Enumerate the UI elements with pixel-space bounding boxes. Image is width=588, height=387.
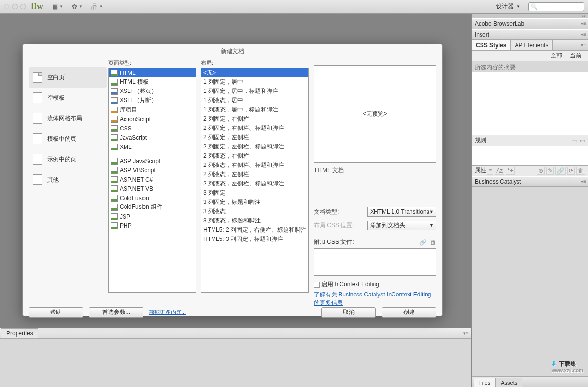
- category-fluid-grid[interactable]: 流体网格布局: [29, 108, 107, 129]
- app-topbar: Dw ▦▼ ✿▼ 品▼ 设计器▼ 🔍: [0, 0, 588, 14]
- workspace-label: 设计器: [496, 2, 514, 11]
- panel-browserlab[interactable]: Adobe BrowserLab▾≡: [472, 18, 588, 29]
- category-page-from-sample[interactable]: 示例中的页: [29, 149, 107, 169]
- panel-menu-icon[interactable]: ▾≡: [581, 32, 586, 37]
- doctype-label: 文档类型:: [314, 208, 367, 216]
- get-more-link[interactable]: 获取更多内容...: [149, 309, 186, 316]
- css-summary-body: [472, 72, 588, 135]
- right-sidebar: •• Adobe BrowserLab▾≡ Insert▾≡ CSS Style…: [471, 14, 588, 387]
- attr-tool-icon[interactable]: ≡: [487, 167, 493, 175]
- preview-pane: <无预览>: [314, 65, 436, 163]
- site-menu-icon[interactable]: 品▼: [91, 2, 103, 11]
- search-input[interactable]: 🔍: [528, 2, 584, 11]
- extend-menu-icon[interactable]: ✿▼: [72, 3, 83, 10]
- list-item: 库项目: [109, 105, 196, 114]
- incontext-label: 启用 InContext Editing: [321, 280, 379, 289]
- properties-tab[interactable]: Properties: [1, 328, 38, 338]
- list-item: <无>: [201, 68, 308, 77]
- attr-tool-icon[interactable]: *+: [506, 167, 515, 175]
- rule-tool-icon[interactable]: ▭: [580, 137, 585, 144]
- css-rules-header: 规则▭▭: [472, 135, 588, 146]
- list-item: 1 列液态，居中，标题和脚注: [201, 105, 308, 114]
- delete-css-icon[interactable]: 🗑: [430, 239, 436, 246]
- zoom-icon[interactable]: [20, 4, 26, 9]
- list-item: 2 列固定，右侧栏、标题和脚注: [201, 124, 308, 133]
- category-other[interactable]: 其他: [29, 169, 107, 190]
- list-item: ASP.NET VB: [109, 184, 196, 193]
- pagetype-label: 页面类型:: [108, 58, 196, 68]
- list-item: 2 列固定，右侧栏: [201, 114, 308, 124]
- layoutcss-label: 布局 CSS 位置:: [314, 221, 367, 230]
- list-item: 2 列液态，左侧栏: [201, 170, 308, 179]
- list-item: HTML5: 3 列固定，标题和脚注: [201, 235, 308, 244]
- list-item: JavaScript: [109, 133, 196, 142]
- list-item: ASP JavaScript: [109, 156, 196, 166]
- list-item: 2 列固定，左侧栏: [201, 133, 308, 142]
- properties-panel-header[interactable]: Properties ▾≡: [0, 328, 471, 338]
- link-css-icon[interactable]: 🔗: [419, 239, 427, 246]
- list-item: XSLT（片断）: [109, 96, 196, 105]
- attr-tool-icon[interactable]: 🗑: [576, 167, 585, 175]
- attr-tool-icon[interactable]: ⟳: [567, 167, 575, 175]
- doctype-select[interactable]: XHTML 1.0 Transitional▼: [367, 207, 436, 217]
- tab-ap-elements[interactable]: AP Elements: [511, 40, 552, 50]
- list-item: XSLT（整页）: [109, 87, 196, 96]
- list-item: HTML 模板: [109, 77, 196, 87]
- list-item: ActionScript: [109, 114, 196, 124]
- category-page-from-template[interactable]: 模板中的页: [29, 129, 107, 149]
- watermark: ⬇ 下载集www.xzji.com: [552, 358, 583, 373]
- collapse-icon[interactable]: ▾≡: [463, 331, 468, 336]
- list-item: 2 列液态，左侧栏、标题和脚注: [201, 179, 308, 188]
- list-item: ColdFusion: [109, 193, 196, 203]
- properties-panel-body: [0, 338, 471, 387]
- layoutcss-select: 添加到文档头▼: [367, 221, 436, 230]
- help-button[interactable]: 帮助: [29, 307, 83, 318]
- document-area: 新建文档 空白页 空模板 流体网格布局 模板中的页 示例中的页 其他 页面类型:…: [0, 14, 471, 328]
- search-icon: 🔍: [531, 3, 538, 10]
- panel-business-catalyst[interactable]: Business Catalyst▾≡: [472, 176, 588, 187]
- panel-menu-icon[interactable]: ▾≡: [581, 179, 586, 184]
- pagetype-list[interactable]: HTML HTML 模板 XSLT（整页） XSLT（片断） 库项目 Actio…: [108, 68, 196, 293]
- category-blank-page[interactable]: 空白页: [29, 67, 107, 88]
- incontext-learn-link[interactable]: 了解有关 Business Catalyst InContext Editing…: [314, 291, 431, 306]
- incontext-checkbox[interactable]: [314, 282, 320, 288]
- minimize-icon[interactable]: [12, 4, 18, 9]
- attachcss-label: 附加 CSS 文件:: [314, 238, 354, 246]
- app-logo: Dw: [31, 1, 43, 12]
- list-item: 1 列固定，居中，标题和脚注: [201, 87, 308, 96]
- attachcss-list[interactable]: [314, 248, 436, 276]
- attr-tool-icon[interactable]: 🔗: [555, 167, 566, 175]
- layout-menu-icon[interactable]: ▦▼: [52, 3, 63, 10]
- list-item: CSS: [109, 124, 196, 133]
- category-blank-template[interactable]: 空模板: [29, 88, 107, 108]
- layout-list[interactable]: <无> 1 列固定，居中 1 列固定，居中，标题和脚注 1 列液态，居中 1 列…: [201, 68, 309, 293]
- attr-tool-icon[interactable]: ✎: [546, 167, 554, 175]
- css-attrs-header: 属性 ≡Az*+ ⊕✎🔗⟳🗑: [472, 166, 588, 176]
- tab-assets[interactable]: Assets: [496, 378, 522, 387]
- list-item: PHP: [109, 221, 196, 230]
- create-button[interactable]: 创建: [382, 307, 436, 318]
- attr-tool-icon[interactable]: ⊕: [537, 167, 545, 175]
- css-current-button[interactable]: 当前: [568, 51, 584, 61]
- panel-menu-icon[interactable]: ▾≡: [581, 42, 586, 48]
- list-item: ASP.NET C#: [109, 175, 196, 184]
- list-item: 1 列液态，居中: [201, 96, 308, 105]
- tab-files[interactable]: Files: [474, 378, 496, 387]
- cancel-button[interactable]: 取消: [321, 307, 376, 318]
- css-all-button[interactable]: 全部: [548, 51, 565, 61]
- list-item: 3 列固定，标题和脚注: [201, 198, 308, 207]
- dialog-title: 新建文档: [23, 44, 442, 58]
- panel-insert[interactable]: Insert▾≡: [472, 29, 588, 40]
- list-item: XML: [109, 142, 196, 151]
- tab-css-styles[interactable]: CSS Styles: [472, 40, 511, 50]
- sidebar-grip[interactable]: ••: [472, 14, 588, 18]
- preferences-button[interactable]: 首选参数...: [89, 307, 143, 318]
- list-item: ColdFusion 组件: [109, 203, 196, 212]
- close-icon[interactable]: [4, 4, 9, 9]
- css-rules-body: [472, 146, 588, 166]
- layout-label: 布局:: [201, 58, 309, 68]
- workspace-switcher[interactable]: 设计器▼: [493, 1, 523, 12]
- attr-tool-icon[interactable]: Az: [495, 167, 504, 175]
- rule-tool-icon[interactable]: ▭: [571, 137, 577, 144]
- panel-menu-icon[interactable]: ▾≡: [581, 21, 586, 26]
